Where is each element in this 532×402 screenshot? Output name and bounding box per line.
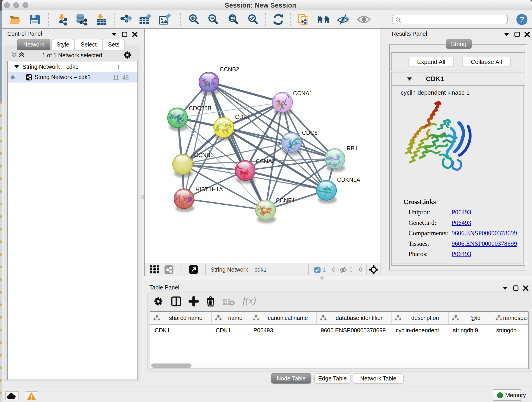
share-network-icon[interactable] bbox=[165, 265, 173, 274]
memory-status-dot bbox=[497, 392, 503, 398]
column-header-name[interactable]: name bbox=[211, 312, 249, 324]
tab-sets[interactable]: Sets bbox=[103, 39, 125, 50]
zoom-selected-icon[interactable] bbox=[247, 13, 259, 26]
open-in-window-icon[interactable] bbox=[189, 265, 198, 274]
collapse-all-button[interactable]: Collapse All bbox=[462, 57, 511, 67]
splitter-handle[interactable] bbox=[141, 195, 145, 199]
splitter-handle[interactable] bbox=[320, 276, 324, 280]
results-section-header[interactable]: CDK1 bbox=[392, 72, 525, 86]
refresh-icon[interactable] bbox=[272, 13, 284, 26]
crosslink-value-link[interactable]: P06493 bbox=[452, 209, 471, 216]
birdseye-toggle-icon[interactable] bbox=[150, 265, 160, 274]
selected-checkbox-icon[interactable] bbox=[314, 267, 321, 273]
network-node-HIST1H1A[interactable]: HIST1H1A bbox=[174, 186, 223, 212]
table-cell[interactable]: CDK1 bbox=[150, 325, 211, 337]
column-header-canonical-name[interactable]: canonical name bbox=[249, 312, 316, 324]
network-node-CDK1[interactable]: CDK1 bbox=[213, 114, 250, 141]
table-cell[interactable]: CDK1 bbox=[211, 325, 249, 337]
hscrollbar-thumb[interactable] bbox=[151, 364, 191, 368]
panel-close-icon[interactable] bbox=[524, 32, 530, 37]
network-collection-row[interactable]: String Network – cdk1 1 bbox=[8, 62, 138, 72]
help-icon[interactable]: ? bbox=[516, 13, 528, 26]
import-network-file-icon[interactable] bbox=[56, 13, 68, 26]
network-node-CDKN1A[interactable]: CDKN1A bbox=[316, 177, 360, 204]
table-gear-icon[interactable] bbox=[154, 297, 163, 306]
section-expander-icon[interactable] bbox=[407, 77, 412, 81]
panel-float-icon[interactable] bbox=[514, 32, 520, 37]
export-network-icon[interactable] bbox=[120, 13, 132, 26]
export-image-icon[interactable] bbox=[159, 13, 172, 26]
panel-menu-icon[interactable] bbox=[503, 32, 510, 37]
crosslinks-title: CrossLinks bbox=[404, 198, 436, 206]
open-file-icon[interactable] bbox=[9, 14, 22, 25]
crosshair-icon[interactable] bbox=[369, 265, 378, 274]
crosslink-value-link[interactable]: P06493 bbox=[452, 250, 471, 258]
network-node-RB1[interactable]: RB1 bbox=[325, 145, 358, 172]
hide-selected-icon[interactable] bbox=[337, 14, 350, 25]
show-columns-icon[interactable] bbox=[171, 296, 181, 306]
add-column-icon[interactable] bbox=[189, 296, 199, 306]
zoom-in-icon[interactable] bbox=[188, 13, 200, 26]
zoom-fit-icon[interactable] bbox=[227, 13, 239, 26]
network-edge[interactable] bbox=[184, 199, 266, 210]
column-header-description[interactable]: description bbox=[391, 312, 448, 324]
panel-menu-icon[interactable] bbox=[111, 32, 118, 37]
crosslink-row: GeneCard:P06493 bbox=[409, 219, 519, 230]
tab-node-table[interactable]: Node Table bbox=[271, 373, 311, 384]
column-header--id[interactable]: @id bbox=[448, 312, 492, 324]
show-all-icon[interactable] bbox=[357, 15, 371, 24]
panel-close-icon[interactable] bbox=[523, 285, 529, 291]
gear-icon[interactable] bbox=[123, 51, 132, 59]
tab-network-table[interactable]: Network Table bbox=[353, 373, 404, 384]
crosslink-row: Tissues:9606.ENSP00000378699 bbox=[409, 240, 519, 250]
cloud-button[interactable] bbox=[5, 391, 19, 400]
table-cell[interactable]: 9606.ENSP00000378699 bbox=[316, 325, 391, 337]
expand-all-button[interactable]: Expand All bbox=[409, 57, 454, 67]
search-input[interactable] bbox=[403, 16, 504, 23]
column-header-database-identifier[interactable]: database identifier bbox=[316, 312, 391, 324]
panel-float-icon[interactable] bbox=[122, 32, 128, 37]
table-hscrollbar[interactable] bbox=[150, 363, 528, 369]
table-cell[interactable]: stringdb bbox=[492, 325, 528, 337]
crosslink-value-link[interactable]: 9606.ENSP00000378699 bbox=[452, 240, 517, 247]
toolbar-search-field[interactable] bbox=[393, 15, 508, 24]
network-node-CCNE1[interactable]: CCNE1 bbox=[255, 197, 295, 223]
panel-menu-icon[interactable] bbox=[502, 286, 509, 290]
tab-network[interactable]: Network bbox=[17, 39, 51, 50]
table-row[interactable]: CDK1CDK1P064939606.ENSP00000378699cyclin… bbox=[150, 325, 528, 337]
tree-expander-icon[interactable] bbox=[14, 65, 19, 69]
table-cell[interactable]: P06493 bbox=[249, 325, 316, 337]
home-networks-icon[interactable] bbox=[317, 14, 331, 25]
network-node-CCNB2[interactable]: CCNB2 bbox=[199, 66, 239, 95]
network-edge[interactable] bbox=[184, 82, 209, 199]
horizontal-splitter[interactable] bbox=[144, 276, 532, 280]
import-table-file-icon[interactable] bbox=[95, 13, 107, 26]
panel-float-icon[interactable] bbox=[513, 285, 519, 291]
panel-close-icon[interactable] bbox=[132, 32, 138, 37]
network-row-selected[interactable]: String Network – cdk1 11 48 bbox=[8, 72, 138, 83]
warning-button[interactable] bbox=[25, 391, 38, 400]
memory-button[interactable]: Memory bbox=[493, 389, 521, 401]
toolbar-separator bbox=[114, 13, 114, 26]
table-cell[interactable]: stringdb:9... bbox=[448, 325, 492, 337]
copy-document-icon[interactable] bbox=[298, 13, 309, 26]
export-table-icon[interactable] bbox=[139, 13, 152, 26]
control-panel: Control Panel 1 of 1 Network selected bbox=[2, 29, 144, 386]
crosslink-value-link[interactable]: P06493 bbox=[452, 219, 471, 226]
save-session-icon[interactable] bbox=[29, 14, 40, 25]
results-tab-string[interactable]: String bbox=[446, 39, 472, 49]
import-network-database-icon[interactable] bbox=[75, 13, 88, 26]
delete-column-icon[interactable] bbox=[206, 296, 215, 307]
tab-edge-table[interactable]: Edge Table bbox=[314, 373, 351, 384]
crosslink-value-link[interactable]: 9606.ENSP00000378699 bbox=[452, 230, 517, 237]
network-graph[interactable]: CCNB2CCNA1CDC25BCDK1CDC6RB1CCNB1CCNA2CDK… bbox=[145, 29, 380, 263]
tab-select[interactable]: Select bbox=[75, 39, 102, 50]
column-type-icon bbox=[320, 315, 327, 321]
table-cell[interactable]: cyclin-dependent ... bbox=[391, 325, 448, 337]
zoom-out-icon[interactable] bbox=[207, 13, 219, 26]
column-header-namespace[interactable]: namespace bbox=[492, 312, 528, 324]
network-node-CCNA1[interactable]: CCNA1 bbox=[272, 90, 312, 115]
column-header-shared-name[interactable]: shared name bbox=[150, 312, 211, 324]
network-view-canvas[interactable]: CCNB2CCNA1CDC25BCDK1CDC6RB1CCNB1CCNA2CDK… bbox=[144, 29, 380, 263]
tab-style[interactable]: Style bbox=[51, 39, 75, 50]
